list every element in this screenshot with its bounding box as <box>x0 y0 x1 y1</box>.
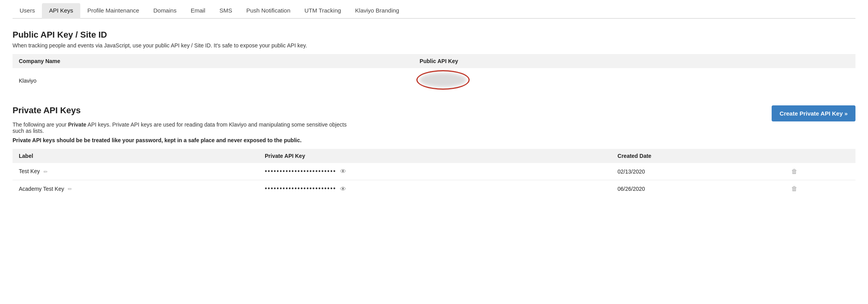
public-key-cell <box>413 68 855 93</box>
company-name-cell: Klaviyo <box>13 68 413 93</box>
public-api-description: When tracking people and events via Java… <box>13 42 855 49</box>
public-api-row: Klaviyo <box>13 68 855 93</box>
masked-key-0: •••••••••••••••••••••••• <box>265 168 336 174</box>
private-api-header-row: Private API Keys Create Private API Key … <box>13 105 855 121</box>
delete-key-icon-1[interactable]: 🗑 <box>791 185 797 192</box>
col-private-key: Private API Key <box>259 149 611 163</box>
private-api-warning: Private API keys should be be treated li… <box>13 137 855 143</box>
private-key-value-cell-1: •••••••••••••••••••••••• 👁 <box>259 180 611 197</box>
show-key-icon-0[interactable]: 👁 <box>340 168 346 175</box>
private-api-description: The following are your Private API keys.… <box>13 121 349 134</box>
nav-tabs: UsersAPI KeysProfile MaintenanceDomainsE… <box>13 0 855 19</box>
edit-label-icon-1[interactable]: ✏ <box>68 186 72 192</box>
key-label-1: Academy Test Key <box>19 186 64 192</box>
masked-key-1: •••••••••••••••••••••••• <box>265 185 336 192</box>
public-api-section: Public API Key / Site ID When tracking p… <box>13 30 855 93</box>
show-key-icon-1[interactable]: 👁 <box>340 186 346 193</box>
label-cell-1: Academy Test Key ✏ <box>13 180 259 197</box>
created-date-cell-1: 06/26/2020 <box>611 180 785 197</box>
key-oval-border <box>416 70 470 90</box>
delete-cell-0: 🗑 <box>785 163 855 180</box>
col-public-api-key: Public API Key <box>413 54 855 68</box>
tab-email[interactable]: Email <box>184 3 213 19</box>
tab-api-keys[interactable]: API Keys <box>42 3 80 19</box>
tab-domains[interactable]: Domains <box>146 3 183 19</box>
tab-users[interactable]: Users <box>13 3 42 19</box>
label-cell-0: Test Key ✏ <box>13 163 259 180</box>
private-key-value-cell-0: •••••••••••••••••••••••• 👁 <box>259 163 611 180</box>
tab-klaviyo-branding[interactable]: Klaviyo Branding <box>348 3 407 19</box>
private-key-row: Test Key ✏ •••••••••••••••••••••••• 👁 02… <box>13 163 855 180</box>
tab-push-notification[interactable]: Push Notification <box>239 3 298 19</box>
tab-utm-tracking[interactable]: UTM Tracking <box>297 3 348 19</box>
created-date-cell-0: 02/13/2020 <box>611 163 785 180</box>
edit-label-icon-0[interactable]: ✏ <box>43 169 48 175</box>
col-company-name: Company Name <box>13 54 413 68</box>
private-key-row: Academy Test Key ✏ •••••••••••••••••••••… <box>13 180 855 197</box>
key-label-0: Test Key <box>19 168 40 174</box>
create-private-api-key-button[interactable]: Create Private API Key » <box>772 105 855 121</box>
delete-cell-1: 🗑 <box>785 180 855 197</box>
private-api-table: Label Private API Key Created Date Test … <box>13 149 855 197</box>
public-api-title: Public API Key / Site ID <box>13 30 855 40</box>
public-api-table: Company Name Public API Key Klaviyo <box>13 54 855 93</box>
col-created-date: Created Date <box>611 149 785 163</box>
tab-profile-maintenance[interactable]: Profile Maintenance <box>80 3 146 19</box>
public-key-oval-wrapper <box>420 73 467 87</box>
private-api-title: Private API Keys <box>13 105 81 116</box>
col-actions <box>785 149 855 163</box>
tab-sms[interactable]: SMS <box>212 3 239 19</box>
delete-key-icon-0[interactable]: 🗑 <box>791 168 797 175</box>
col-label: Label <box>13 149 259 163</box>
private-bold: Private <box>68 121 87 128</box>
